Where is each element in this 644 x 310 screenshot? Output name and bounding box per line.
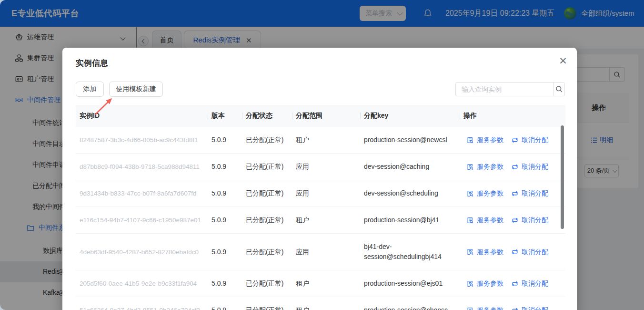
cancel-assign-label: 取消分配	[522, 215, 548, 225]
actions-cell: 服务参数取消分配	[460, 207, 565, 233]
swap-icon	[512, 137, 518, 144]
column-header: 分配状态	[242, 105, 292, 127]
modal-search-button[interactable]	[553, 83, 564, 96]
service-params-link[interactable]: 服务参数	[467, 135, 503, 145]
key-cell: dev-session@scheduling	[360, 180, 460, 207]
status-cell: 已分配(正常)	[242, 297, 292, 310]
file-search-icon	[467, 280, 473, 287]
instance-row: 51c66264-9e37-4bd3-8551-0b246a794cf35.0.…	[76, 297, 565, 310]
status-cell: 已分配(正常)	[242, 270, 292, 297]
version-cell: 5.0.9	[208, 154, 242, 180]
scope-cell: 租户	[292, 127, 360, 153]
file-search-icon	[467, 164, 473, 170]
version-cell: 5.0.9	[208, 180, 242, 207]
swap-icon	[512, 164, 518, 170]
instance-row: 9d31434b-b833-47cc-b07f-8a6fa7d607fd5.0.…	[76, 180, 565, 207]
actions-cell: 服务参数取消分配	[460, 127, 565, 153]
app-window: E专业低代码平台 菜单搜索 2025年9月19日 09:22:23 星期五	[0, 0, 644, 310]
cancel-assign-label: 取消分配	[522, 279, 548, 289]
status-cell: 已分配(正常)	[242, 127, 292, 153]
file-search-icon	[467, 248, 473, 255]
instance-row: e116c154-94b7-4107-9c66-c1950e987e015.0.…	[76, 207, 565, 234]
modal-close-icon[interactable]: ✕	[557, 55, 569, 67]
file-search-icon	[467, 217, 473, 224]
instance-id-cell: e116c154-94b7-4107-9c66-c1950e987e01	[76, 207, 208, 233]
swap-icon	[512, 190, 518, 197]
service-params-link[interactable]: 服务参数	[467, 279, 503, 289]
instance-info-modal: 实例信息 ✕ 添加 使用模板新建 实例ID版本分配状态分配范围分配key操作 8…	[62, 48, 577, 310]
instance-table-header: 实例ID版本分配状态分配范围分配key操作	[76, 105, 565, 127]
service-params-label: 服务参数	[477, 162, 503, 172]
instance-id-cell: 4deb63df-9540-4287-b652-82780ebafdc0	[76, 239, 208, 265]
service-params-label: 服务参数	[477, 279, 503, 289]
swap-icon	[512, 307, 518, 310]
key-cell: production-session@newcsl	[360, 127, 460, 153]
key-cell: dev-session@caching	[360, 154, 460, 180]
modal-title: 实例信息	[76, 58, 108, 69]
file-search-icon	[467, 307, 473, 310]
status-cell: 已分配(正常)	[242, 154, 292, 180]
key-cell: production-session@chensc	[360, 297, 460, 310]
cancel-assign-label: 取消分配	[522, 247, 548, 257]
column-header: 操作	[460, 105, 565, 127]
instance-row: d87bb8c9-f094-438b-9718-5ca988d948115.0.…	[76, 154, 565, 180]
cancel-assign-label: 取消分配	[522, 135, 548, 145]
service-params-label: 服务参数	[477, 215, 503, 225]
scope-cell: 租户	[292, 297, 360, 310]
cancel-assign-link[interactable]: 取消分配	[512, 188, 548, 198]
instance-id-cell: 205d5f60-0aee-41b5-9e2e-b9c33f1fa904	[76, 270, 208, 297]
status-cell: 已分配(正常)	[242, 180, 292, 207]
status-cell: 已分配(正常)	[242, 239, 292, 265]
instance-table: 实例ID版本分配状态分配范围分配key操作 82487587-3b3c-4d66…	[76, 105, 565, 310]
version-cell: 5.0.9	[208, 127, 242, 153]
scope-cell: 应用	[292, 239, 360, 265]
swap-icon	[512, 248, 518, 255]
modal-search-box	[455, 82, 565, 96]
cancel-assign-link[interactable]: 取消分配	[512, 305, 548, 310]
actions-cell: 服务参数取消分配	[460, 180, 565, 207]
scope-cell: 应用	[292, 154, 360, 180]
instance-id-cell: 82487587-3b3c-4d66-805b-ac9c443fd8f1	[76, 127, 208, 153]
key-cell: production-session@bj41	[360, 207, 460, 233]
key-cell: production-session@ejs01	[360, 270, 460, 297]
status-cell: 已分配(正常)	[242, 207, 292, 233]
scope-cell: 应用	[292, 180, 360, 207]
cancel-assign-link[interactable]: 取消分配	[512, 279, 548, 289]
service-params-link[interactable]: 服务参数	[467, 305, 503, 310]
modal-search-input[interactable]	[456, 83, 553, 96]
service-params-label: 服务参数	[477, 135, 503, 145]
actions-cell: 服务参数取消分配	[460, 270, 565, 297]
instance-id-cell: 9d31434b-b833-47cc-b07f-8a6fa7d607fd	[76, 180, 208, 207]
instance-id-cell: 51c66264-9e37-4bd3-8551-0b246a794cf3	[76, 297, 208, 310]
version-cell: 5.0.9	[208, 207, 242, 233]
swap-icon	[512, 217, 518, 224]
cancel-assign-label: 取消分配	[522, 188, 548, 198]
actions-cell: 服务参数取消分配	[460, 154, 565, 180]
service-params-label: 服务参数	[477, 247, 503, 257]
service-params-link[interactable]: 服务参数	[467, 188, 503, 198]
instance-row: 205d5f60-0aee-41b5-9e2e-b9c33f1fa9045.0.…	[76, 270, 565, 297]
cancel-assign-label: 取消分配	[522, 305, 548, 310]
scope-cell: 租户	[292, 207, 360, 233]
version-cell: 5.0.9	[208, 297, 242, 310]
cancel-assign-link[interactable]: 取消分配	[512, 162, 548, 172]
service-params-label: 服务参数	[477, 305, 503, 310]
service-params-link[interactable]: 服务参数	[467, 215, 503, 225]
service-params-link[interactable]: 服务参数	[467, 162, 503, 172]
cancel-assign-link[interactable]: 取消分配	[512, 215, 548, 225]
actions-cell: 服务参数取消分配	[460, 239, 565, 265]
column-header: 分配范围	[292, 105, 360, 127]
service-params-label: 服务参数	[477, 188, 503, 198]
scope-cell: 租户	[292, 270, 360, 297]
swap-icon	[512, 280, 518, 287]
instance-row: 82487587-3b3c-4d66-805b-ac9c443fd8f15.0.…	[76, 127, 565, 154]
version-cell: 5.0.9	[208, 239, 242, 265]
file-search-icon	[467, 137, 473, 144]
annotation-arrow	[91, 93, 120, 116]
cancel-assign-link[interactable]: 取消分配	[512, 247, 548, 257]
modal-scrollbar[interactable]	[561, 125, 564, 229]
service-params-link[interactable]: 服务参数	[467, 247, 503, 257]
instance-row: 4deb63df-9540-4287-b652-82780ebafdc05.0.…	[76, 234, 565, 270]
cancel-assign-link[interactable]: 取消分配	[512, 135, 548, 145]
actions-cell: 服务参数取消分配	[460, 297, 565, 310]
